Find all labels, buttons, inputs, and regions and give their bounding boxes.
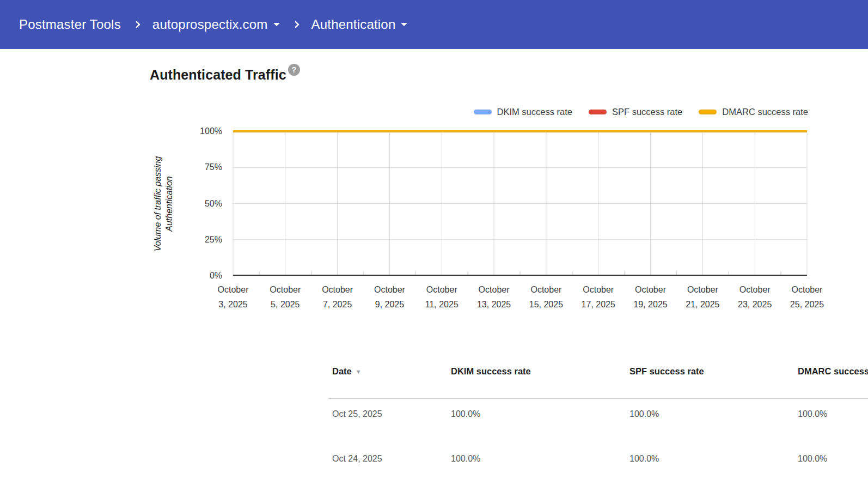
help-icon[interactable]: ? [288, 64, 300, 76]
y-tick-label: 0% [210, 270, 222, 282]
x-tick-label: October9, 2025 [374, 282, 405, 312]
x-tick-label: October13, 2025 [477, 282, 511, 312]
breadcrumb-domain[interactable]: autoprospectix.com [152, 17, 268, 32]
table-header-spf: SPF success rate [629, 366, 798, 377]
chart-legend: DKIM success rateSPF success rateDMARC s… [150, 107, 808, 117]
table-cell-value: 100.0% [451, 409, 629, 419]
x-tick-label: October21, 2025 [686, 282, 719, 312]
x-tick-label: October17, 2025 [582, 282, 615, 312]
table-cell-date: Oct 25, 2025 [332, 409, 451, 419]
caret-down-icon [401, 23, 407, 26]
y-axis-tick-labels: 0%25%50%75%100% [177, 131, 233, 276]
y-axis-title-text: Volume of traffic passing Authentication [152, 122, 175, 286]
authentication-table: Date▼ DKIM success rate SPF success rate… [328, 366, 868, 488]
x-axis-tick-labels: October3, 2025October5, 2025October7, 20… [233, 282, 807, 313]
x-tick-label: October23, 2025 [738, 282, 772, 312]
table-cell-date: Oct 24, 2025 [332, 454, 451, 464]
y-tick-label: 100% [200, 125, 222, 137]
app-header: Postmaster Tools autoprospectix.com Auth… [0, 0, 868, 49]
table-row: Oct 24, 2025100.0%100.0%100.0% [328, 444, 868, 488]
table-cell-value: 100.0% [451, 454, 629, 464]
table-header-date[interactable]: Date▼ [332, 366, 451, 377]
page-title-row: Authenticated Traffic ? [150, 67, 868, 83]
table-cell-value: 100.0% [798, 409, 868, 419]
y-tick-label: 50% [205, 198, 222, 210]
caret-down-icon [273, 23, 280, 26]
chevron-right-icon [133, 21, 140, 28]
x-tick-label: October19, 2025 [633, 282, 667, 312]
breadcrumb-section[interactable]: Authentication [311, 17, 396, 32]
x-tick-label: October25, 2025 [790, 282, 824, 312]
x-tick-label: October3, 2025 [218, 282, 249, 312]
legend-swatch-icon [589, 110, 607, 114]
legend-item: DMARC success rate [699, 107, 808, 117]
table-cell-value: 100.0% [798, 454, 868, 464]
sort-desc-icon: ▼ [356, 368, 362, 375]
table-row: Oct 25, 2025100.0%100.0%100.0% [328, 399, 868, 444]
legend-item: SPF success rate [589, 107, 682, 117]
table-cell-value: 100.0% [629, 454, 798, 464]
table-cell-value: 100.0% [629, 409, 798, 419]
legend-item: DKIM success rate [474, 107, 572, 117]
chart-region: Volume of traffic passing Authentication… [150, 131, 808, 314]
chevron-right-icon [291, 21, 299, 28]
main-content: Authenticated Traffic ? DKIM success rat… [0, 67, 868, 488]
x-tick-label: October7, 2025 [322, 282, 353, 312]
table-header-dkim: DKIM success rate [451, 366, 629, 377]
legend-label: SPF success rate [612, 107, 682, 117]
y-tick-label: 75% [205, 161, 222, 173]
legend-swatch-icon [699, 110, 717, 114]
legend-label: DKIM success rate [497, 107, 572, 117]
section-selector-dropdown[interactable]: Authentication [311, 17, 408, 32]
y-axis-title: Volume of traffic passing Authentication [150, 131, 177, 276]
x-tick-label: October15, 2025 [529, 282, 563, 312]
plot-area [233, 131, 807, 276]
domain-selector-dropdown[interactable]: autoprospectix.com [152, 17, 280, 32]
breadcrumb-app-title[interactable]: Postmaster Tools [19, 17, 121, 32]
legend-swatch-icon [474, 110, 492, 114]
table-body: Oct 25, 2025100.0%100.0%100.0%Oct 24, 20… [328, 399, 868, 488]
legend-label: DMARC success rate [722, 107, 808, 117]
authenticated-traffic-chart: DKIM success rateSPF success rateDMARC s… [150, 107, 808, 314]
table-header-row: Date▼ DKIM success rate SPF success rate… [328, 366, 868, 399]
x-tick-label: October11, 2025 [425, 282, 459, 312]
y-tick-label: 25% [205, 234, 222, 246]
page-title: Authenticated Traffic [150, 67, 286, 83]
table-header-dmarc: DMARC success rate [798, 366, 868, 377]
x-tick-label: October5, 2025 [270, 282, 301, 312]
